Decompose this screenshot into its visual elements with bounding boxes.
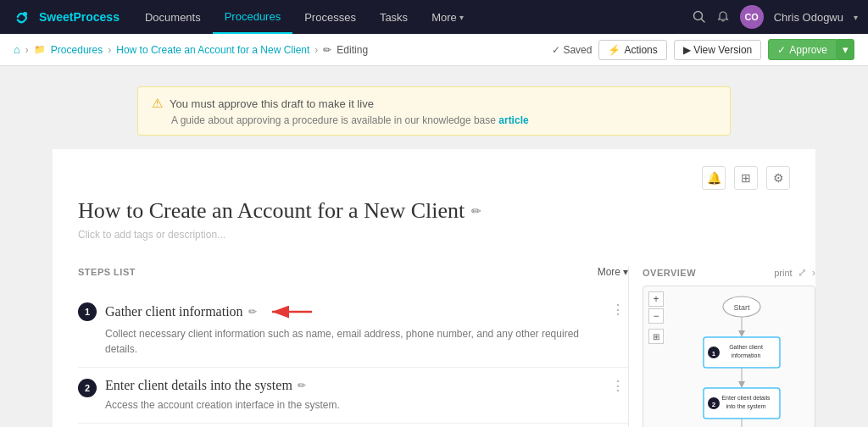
step-2-number: 2 [78, 379, 97, 397]
flowchart-svg: Start 1 Gather client information [665, 291, 793, 427]
svg-point-1 [23, 12, 27, 16]
step-1-content: Gather client information ✏ [105, 302, 608, 357]
main-content: 🔔 ⊞ ⚙ How to Create an Account for a New… [53, 149, 815, 427]
overview-next-button[interactable]: › [812, 266, 815, 279]
chart-toolbar-button[interactable]: ⊞ [734, 166, 758, 190]
print-button[interactable]: print [774, 268, 792, 278]
zoom-in-button[interactable]: + [648, 291, 664, 307]
saved-indicator: ✓ Saved [552, 44, 592, 56]
content-columns: STEPS LIST More ▾ 1 Gather client info [53, 249, 815, 427]
procedure-header: 🔔 ⊞ ⚙ How to Create an Account for a New… [53, 149, 815, 249]
bell-toolbar-icon: 🔔 [707, 171, 721, 185]
step-1: 1 Gather client information ✏ [78, 291, 628, 368]
overview-column: OVERVIEW print ⤢ › + − ⊞ [629, 266, 815, 427]
step-2-title: Enter client details into the system [105, 378, 292, 393]
step-1-header: 1 Gather client information ✏ [78, 302, 628, 357]
actions-button[interactable]: ⚡ Actions [598, 40, 666, 60]
avatar[interactable]: CO [740, 5, 764, 29]
overview-expand-button[interactable]: ⤢ [798, 266, 807, 279]
nav-right: CO Chris Odogwu ▾ [693, 5, 858, 29]
procedure-title: How to Create an Account for a New Clien… [78, 198, 790, 224]
approve-btn-group: ✓ Approve ▾ [768, 39, 854, 60]
nav-documents[interactable]: Documents [133, 0, 213, 34]
step-1-desc: Collect necessary client information suc… [105, 326, 608, 357]
chart-toolbar-icon: ⊞ [741, 171, 751, 185]
step-1-edit-icon[interactable]: ✏ [248, 306, 257, 318]
procedure-tags[interactable]: Click to add tags or description... [78, 229, 790, 241]
svg-marker-9 [738, 330, 745, 337]
view-version-button[interactable]: ▶ View Version [674, 40, 762, 60]
step-1-number: 1 [78, 302, 97, 321]
red-arrow-indicator [265, 302, 316, 322]
breadcrumb: ⌂ › 📁 Procedures › How to Create an Acco… [14, 43, 368, 56]
svg-text:1: 1 [712, 350, 716, 358]
warning-banner: ⚠ You must approve this draft to make it… [137, 86, 731, 136]
folder-icon: 📁 [34, 44, 46, 55]
svg-text:2: 2 [712, 401, 716, 408]
search-icon [693, 10, 706, 24]
nav-procedures[interactable]: Procedures [213, 0, 292, 34]
bell-toolbar-button[interactable]: 🔔 [702, 166, 726, 190]
step-1-left: 1 Gather client information ✏ [78, 302, 608, 357]
warning-article-link[interactable]: article [498, 114, 528, 126]
bell-icon [716, 10, 730, 24]
notifications-button[interactable] [716, 10, 730, 24]
logo[interactable]: SweetProcess [10, 5, 120, 29]
step-2-title-row: Enter client details into the system ✏ [105, 378, 340, 393]
brand-name: SweetProcess [39, 10, 120, 24]
step-2: 2 Enter client details into the system ✏… [78, 368, 628, 424]
overview-label: OVERVIEW [643, 268, 696, 278]
editing-pencil-icon: ✏ [323, 44, 331, 56]
settings-toolbar-button[interactable]: ⚙ [766, 166, 790, 190]
check-icon: ✓ [552, 44, 560, 56]
search-button[interactable] [693, 10, 706, 24]
step-2-menu-icon[interactable]: ⋮ [608, 378, 628, 394]
zoom-controls: + − ⊞ [648, 291, 664, 344]
svg-text:into the system: into the system [726, 403, 765, 410]
nav-links: Documents Procedures Processes Tasks Mor… [133, 0, 693, 34]
icon-bar: 🔔 ⊞ ⚙ [78, 166, 790, 190]
steps-column: STEPS LIST More ▾ 1 Gather client info [53, 266, 629, 427]
svg-marker-16 [738, 381, 745, 388]
lightning-icon: ⚡ [608, 44, 620, 56]
breadcrumb-actions: ✓ Saved ⚡ Actions ▶ View Version ✓ Appro… [552, 39, 854, 60]
warning-title: ⚠ You must approve this draft to make it… [152, 96, 716, 111]
flowchart: + − ⊞ Start 1 [643, 286, 815, 427]
user-dropdown-icon[interactable]: ▾ [854, 13, 858, 22]
overview-header: OVERVIEW print ⤢ › [643, 266, 815, 279]
nav-processes[interactable]: Processes [292, 0, 368, 34]
svg-text:Start: Start [733, 303, 750, 312]
steps-header: STEPS LIST More ▾ [78, 266, 628, 278]
view-icon: ▶ [683, 44, 691, 56]
step-1-menu-icon[interactable]: ⋮ [608, 302, 628, 318]
approve-check-icon: ✓ [777, 44, 786, 56]
step-1-title-row: Gather client information ✏ [105, 302, 608, 322]
warning-icon: ⚠ [152, 96, 163, 111]
approve-button[interactable]: ✓ Approve [768, 39, 837, 60]
approve-dropdown-button[interactable]: ▾ [837, 39, 854, 60]
svg-point-0 [12, 7, 33, 28]
home-icon[interactable]: ⌂ [14, 43, 20, 56]
svg-text:Enter client details: Enter client details [721, 395, 771, 401]
breadcrumb-bar: ⌂ › 📁 Procedures › How to Create an Acco… [0, 34, 868, 66]
step-2-edit-icon[interactable]: ✏ [298, 380, 306, 391]
steps-more-button[interactable]: More ▾ [598, 266, 628, 278]
breadcrumb-procedures[interactable]: Procedures [51, 44, 103, 56]
nav-tasks[interactable]: Tasks [368, 0, 420, 34]
breadcrumb-procedure-title[interactable]: How to Create an Account for a New Clien… [116, 44, 309, 56]
steps-chevron-icon: ▾ [623, 266, 628, 278]
top-navigation: SweetProcess Documents Procedures Proces… [0, 0, 868, 34]
nav-more[interactable]: More ▾ [420, 0, 476, 34]
step-2-left: 2 Enter client details into the system ✏… [78, 378, 608, 413]
zoom-out-button[interactable]: − [648, 308, 664, 324]
procedure-edit-icon[interactable]: ✏ [471, 204, 481, 219]
user-name[interactable]: Chris Odogwu [774, 11, 843, 24]
zoom-fit-button[interactable]: ⊞ [648, 329, 664, 344]
settings-toolbar-icon: ⚙ [773, 171, 784, 185]
svg-text:Gather client: Gather client [729, 344, 763, 350]
step-2-desc: Access the account creation interface in… [105, 397, 340, 413]
svg-line-3 [701, 19, 704, 23]
step-2-content: Enter client details into the system ✏ A… [105, 378, 340, 413]
overview-controls: print ⤢ › [774, 266, 815, 279]
step-2-header: 2 Enter client details into the system ✏… [78, 378, 628, 413]
